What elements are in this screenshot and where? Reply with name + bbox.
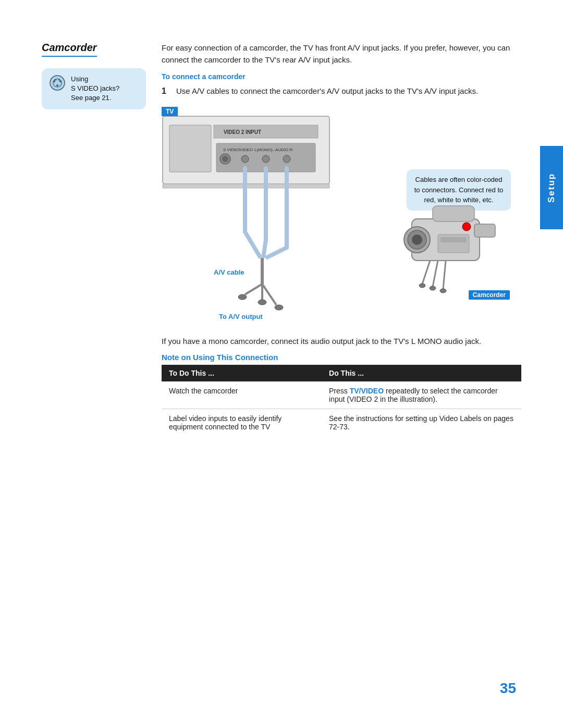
svg-line-44	[422, 261, 430, 284]
diagram-area: TV VIDEO 2 INPUT S VIDEO	[162, 107, 521, 326]
left-column: Camcorder Using S VIDEO jacks? Se	[42, 42, 146, 436]
table-cell-label-action: See the instructions for setting up Vide…	[322, 409, 521, 436]
table-row: Label video inputs to easily identify eq…	[162, 409, 521, 436]
camcorder-diagram-label: Camcorder	[469, 290, 510, 300]
svg-point-33	[258, 300, 266, 305]
intro-text: For easy connection of a camcorder, the …	[162, 42, 521, 66]
step-number-1: 1	[162, 85, 171, 98]
svg-point-47	[419, 283, 425, 288]
s-video-icon	[49, 75, 66, 91]
svg-line-27	[266, 248, 287, 258]
tv-video-link: TV/VIDEO	[350, 387, 384, 395]
section-title: Camcorder	[42, 42, 97, 57]
svg-point-41	[462, 223, 471, 231]
svg-line-46	[443, 261, 446, 289]
svg-rect-40	[433, 206, 474, 221]
svg-point-49	[440, 289, 446, 293]
svg-point-6	[58, 79, 60, 81]
table-cell-watch-action: Press TV/VIDEO repeatedly to select the …	[322, 381, 521, 409]
table-text-prefix: Press	[329, 387, 350, 395]
svg-point-32	[238, 294, 247, 300]
svg-line-25	[245, 232, 261, 258]
table-row: Watch the camcorder Press TV/VIDEO repea…	[162, 381, 521, 409]
step-1: 1 Use A/V cables to connect the camcorde…	[162, 85, 521, 98]
av-output-label: To A/V output	[219, 313, 263, 320]
tv-label: TV	[162, 107, 178, 116]
s-video-tip-box: Using S VIDEO jacks? See page 21.	[42, 68, 146, 109]
svg-line-26	[263, 240, 266, 258]
table-header-col2: Do This ...	[322, 365, 521, 381]
table-cell-label: Label video inputs to easily identify eq…	[162, 409, 322, 436]
svg-point-48	[430, 286, 436, 290]
s-video-tip-text: Using S VIDEO jacks? See page 21.	[71, 75, 119, 103]
sub-heading: To connect a camcorder	[162, 72, 521, 81]
svg-point-34	[275, 305, 283, 310]
mono-camcorder-text: If you have a mono camcorder, connect it…	[162, 335, 521, 347]
steps-list: 1 Use A/V cables to connect the camcorde…	[162, 85, 521, 98]
camcorder-svg	[386, 188, 511, 302]
svg-rect-39	[474, 224, 495, 237]
connection-table: To Do This ... Do This ... Watch the cam…	[162, 365, 521, 436]
svg-point-3	[59, 80, 62, 82]
note-heading: Note on Using This Connection	[162, 353, 521, 362]
right-column: For easy connection of a camcorder, the …	[162, 42, 521, 436]
svg-point-38	[412, 235, 422, 245]
svg-point-0	[50, 76, 65, 90]
cable-lines-svg	[162, 107, 339, 326]
svg-rect-43	[440, 237, 467, 242]
svg-line-45	[433, 261, 438, 287]
svg-point-5	[55, 79, 57, 81]
table-header-col1: To Do This ...	[162, 365, 322, 381]
svg-line-29	[245, 284, 262, 294]
svg-point-4	[56, 84, 58, 87]
table-cell-watch: Watch the camcorder	[162, 381, 322, 409]
step-1-text: Use A/V cables to connect the camcorder'…	[176, 85, 478, 98]
av-cable-label: A/V cable	[214, 268, 244, 276]
svg-point-2	[53, 80, 55, 82]
